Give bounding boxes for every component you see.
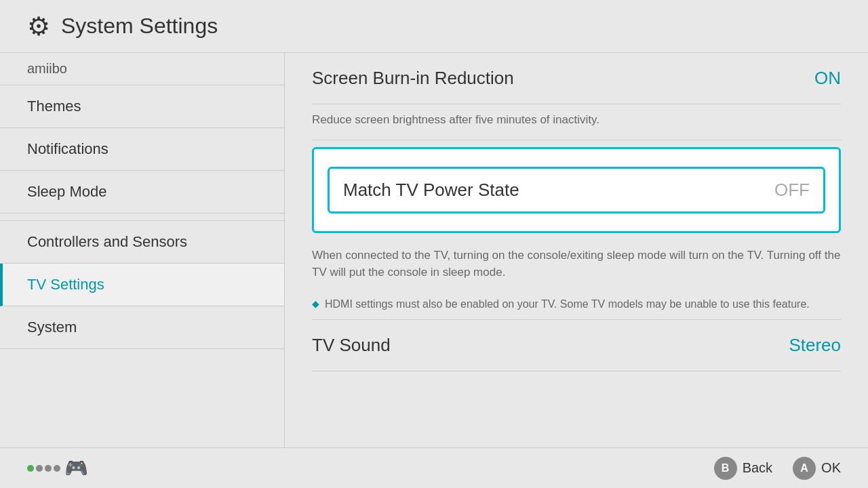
match-tv-power-bullet: ◆ HDMI settings must also be enabled on …	[312, 292, 841, 319]
sidebar-item-tv-settings[interactable]: TV Settings	[0, 264, 284, 306]
screen-burn-description: Reduce screen brightness after five minu…	[312, 104, 841, 140]
screen-burn-value: ON	[814, 68, 841, 89]
match-tv-power-setting[interactable]: Match TV Power State OFF	[312, 147, 841, 233]
bottom-right: B Back A OK	[714, 457, 841, 480]
settings-icon: ⚙	[27, 12, 50, 41]
divider-1	[312, 140, 841, 140]
dot-2	[36, 465, 43, 472]
bottom-bar: 🎮 B Back A OK	[0, 447, 868, 488]
match-tv-power-description: When connected to the TV, turning on the…	[312, 240, 841, 292]
sidebar-item-controllers-sensors[interactable]: Controllers and Sensors	[0, 220, 284, 264]
ok-button-hint[interactable]: A OK	[793, 457, 841, 480]
dot-1	[27, 465, 34, 472]
b-button-icon: B	[714, 457, 737, 480]
content-area: Screen Burn-in Reduction ON Reduce scree…	[285, 53, 868, 447]
match-tv-power-label: Match TV Power State	[343, 180, 519, 201]
sidebar-item-system[interactable]: System	[0, 306, 284, 349]
bullet-text: HDMI settings must also be enabled on yo…	[325, 296, 810, 312]
back-label: Back	[743, 460, 772, 476]
sidebar-item-amiibo[interactable]: amiibo	[0, 53, 284, 85]
ok-label: OK	[821, 460, 841, 476]
tv-sound-label: TV Sound	[312, 335, 391, 356]
sidebar-item-notifications[interactable]: Notifications	[0, 128, 284, 171]
tv-sound-setting[interactable]: TV Sound Stereo	[312, 320, 841, 371]
dot-3	[45, 465, 52, 472]
page-title: System Settings	[61, 14, 218, 39]
screen-burn-label: Screen Burn-in Reduction	[312, 68, 514, 89]
sidebar-item-sleep-mode[interactable]: Sleep Mode	[0, 171, 284, 214]
back-button-hint[interactable]: B Back	[714, 457, 772, 480]
indicator-dots	[27, 465, 60, 472]
main-layout: amiibo Themes Notifications Sleep Mode C…	[0, 53, 868, 447]
match-tv-power-value: OFF	[774, 180, 810, 201]
sidebar: amiibo Themes Notifications Sleep Mode C…	[0, 53, 285, 447]
match-tv-power-row: Match TV Power State OFF	[328, 167, 825, 214]
controller-icon: 🎮	[64, 457, 88, 479]
diamond-icon: ◆	[312, 297, 319, 311]
tv-sound-value: Stereo	[789, 335, 841, 356]
header: ⚙ System Settings	[0, 0, 868, 53]
sidebar-item-themes[interactable]: Themes	[0, 85, 284, 128]
bottom-left: 🎮	[27, 457, 88, 479]
a-button-icon: A	[793, 457, 816, 480]
dot-4	[54, 465, 60, 472]
screen-burn-setting[interactable]: Screen Burn-in Reduction ON	[312, 53, 841, 104]
